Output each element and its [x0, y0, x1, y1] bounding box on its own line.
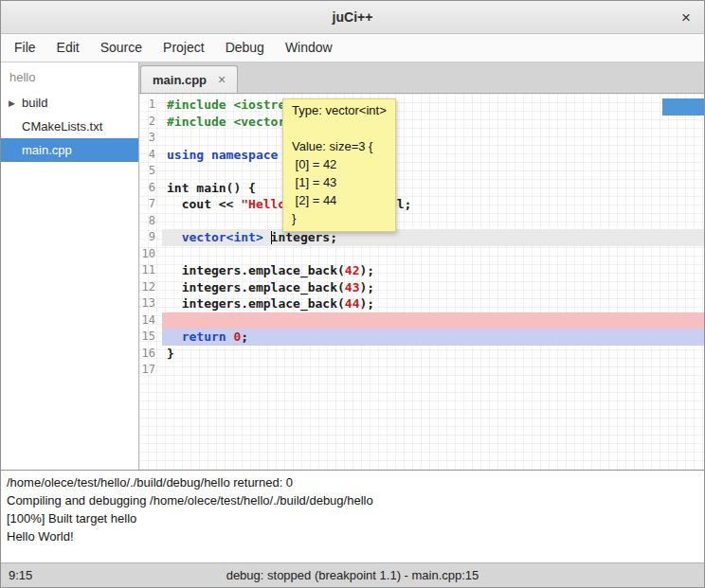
main-area: main.cpp × 1#include <iostream>2#include…	[139, 62, 704, 470]
line-code: }	[162, 346, 704, 363]
project-label: hello	[1, 62, 138, 91]
code-line-16[interactable]: 16}	[139, 346, 704, 363]
tree-item-label: build	[22, 96, 47, 110]
code-line-14[interactable]: 14	[139, 312, 704, 330]
code-line-15[interactable]: 15 return 0;	[139, 329, 704, 346]
line-number[interactable]: 10	[139, 246, 162, 263]
tooltip-line: [2] = 44	[292, 191, 387, 209]
code-line-13[interactable]: 13 integers.emplace_back(44);	[139, 295, 704, 312]
line-code	[162, 213, 704, 230]
tooltip-line: Type: vector<int>	[292, 101, 387, 119]
body: hello ▶buildCMakeLists.txtmain.cpp main.…	[1, 62, 704, 470]
debug-status: debug: stopped (breakpoint 1.1) - main.c…	[1, 563, 704, 587]
code-line-17[interactable]: 17	[139, 362, 704, 379]
line-number[interactable]: 5	[139, 163, 162, 180]
window-title: juCi++	[333, 9, 373, 25]
line-code	[162, 163, 704, 180]
line-code	[162, 246, 704, 263]
tab-main-cpp[interactable]: main.cpp ×	[140, 65, 238, 93]
code-line-3[interactable]: 3	[139, 130, 704, 147]
menu-window[interactable]: Window	[275, 34, 343, 62]
line-number[interactable]: 2	[139, 114, 162, 131]
line-number[interactable]: 14	[139, 312, 162, 330]
app-window: juCi++ × FileEditSourceProjectDebugWindo…	[0, 0, 705, 588]
line-code: #include <vector>	[162, 114, 704, 131]
line-code	[162, 130, 704, 147]
sidebar: hello ▶buildCMakeLists.txtmain.cpp	[1, 62, 139, 470]
menu-debug[interactable]: Debug	[215, 34, 275, 62]
terminal-line: Compiling and debugging /home/olece/test…	[7, 491, 698, 509]
line-code: integers.emplace_back(42);	[162, 262, 704, 279]
line-code	[162, 362, 704, 379]
code-line-8[interactable]: 8	[139, 213, 704, 230]
line-number[interactable]: 4	[139, 147, 162, 164]
code-line-1[interactable]: 1#include <iostream>	[139, 97, 704, 114]
text-cursor	[271, 231, 273, 244]
code-line-10[interactable]: 10	[139, 246, 704, 263]
code-line-5[interactable]: 5	[139, 163, 704, 180]
line-number[interactable]: 7	[139, 196, 162, 213]
code-line-11[interactable]: 11 integers.emplace_back(42);	[139, 262, 704, 279]
debug-tooltip: Type: vector<int> Value: size=3 { [0] = …	[282, 98, 396, 232]
terminal-line: [100%] Built target hello	[7, 509, 698, 527]
terminal-line: Hello World!	[7, 527, 698, 545]
close-icon[interactable]: ×	[681, 9, 691, 26]
line-number[interactable]: 16	[139, 346, 162, 363]
line-code: cout << "Hello World!" << endl;	[162, 196, 704, 213]
tab-label: main.cpp	[153, 73, 207, 87]
line-code: return 0;	[162, 329, 704, 346]
terminal-line: /home/olece/test/hello/./build/debug/hel…	[7, 473, 698, 491]
line-code: integers.emplace_back(44);	[162, 295, 704, 312]
line-code: integers.emplace_back(43);	[162, 279, 704, 296]
titlebar: juCi++ ×	[1, 1, 704, 34]
code-line-6[interactable]: 6int main() {	[139, 180, 704, 197]
tooltip-line: Value: size=3 {	[292, 137, 387, 155]
tree-item-main-cpp[interactable]: main.cpp	[1, 138, 138, 162]
menu-source[interactable]: Source	[90, 34, 153, 62]
line-number[interactable]: 17	[139, 362, 162, 379]
code-area: 1#include <iostream>2#include <vector>34…	[139, 97, 704, 379]
menu-edit[interactable]: Edit	[46, 34, 90, 62]
tree-item-label: main.cpp	[22, 143, 72, 157]
line-code: using namespace std;	[162, 147, 704, 164]
tooltip-line: }	[292, 209, 387, 227]
terminal-output: /home/olece/test/hello/./build/debug/hel…	[1, 470, 704, 562]
line-code: int main() {	[162, 180, 704, 197]
menu-project[interactable]: Project	[153, 34, 215, 62]
line-number[interactable]: 1	[139, 97, 162, 114]
tab-close-icon[interactable]: ×	[218, 72, 226, 87]
tooltip-line: [1] = 43	[292, 173, 387, 191]
tree-item-cmakelists-txt[interactable]: CMakeLists.txt	[1, 115, 138, 138]
line-code: #include <iostream>	[162, 97, 704, 114]
tree-item-build[interactable]: ▶build	[1, 91, 138, 115]
menu-file[interactable]: File	[4, 34, 46, 62]
tooltip-line	[292, 119, 387, 137]
code-editor[interactable]: 1#include <iostream>2#include <vector>34…	[139, 94, 704, 470]
expander-icon[interactable]: ▶	[9, 98, 22, 108]
line-number[interactable]: 12	[139, 279, 162, 296]
code-line-12[interactable]: 12 integers.emplace_back(43);	[139, 279, 704, 296]
code-line-7[interactable]: 7 cout << "Hello World!" << endl;	[139, 196, 704, 213]
tabbar: main.cpp ×	[139, 62, 704, 94]
line-number[interactable]: 8	[139, 213, 162, 230]
line-number[interactable]: 11	[139, 262, 162, 279]
line-code	[162, 312, 704, 330]
line-code: vector<int> integers;	[162, 229, 704, 246]
file-tree: ▶buildCMakeLists.txtmain.cpp	[1, 91, 138, 162]
scrollbar-thumb[interactable]	[662, 98, 704, 116]
line-number[interactable]: 13	[139, 295, 162, 312]
line-number[interactable]: 6	[139, 180, 162, 197]
tree-item-label: CMakeLists.txt	[22, 119, 102, 134]
code-line-4[interactable]: 4using namespace std;	[139, 147, 704, 164]
tooltip-line: [0] = 42	[292, 155, 387, 173]
code-line-9[interactable]: 9 vector<int> integers;	[139, 229, 704, 246]
code-line-2[interactable]: 2#include <vector>	[139, 114, 704, 131]
menubar: FileEditSourceProjectDebugWindow	[1, 34, 704, 62]
line-number[interactable]: 15	[139, 329, 162, 346]
line-number[interactable]: 3	[139, 130, 162, 147]
statusbar: 9:15 debug: stopped (breakpoint 1.1) - m…	[1, 562, 704, 587]
line-number[interactable]: 9	[139, 229, 162, 246]
